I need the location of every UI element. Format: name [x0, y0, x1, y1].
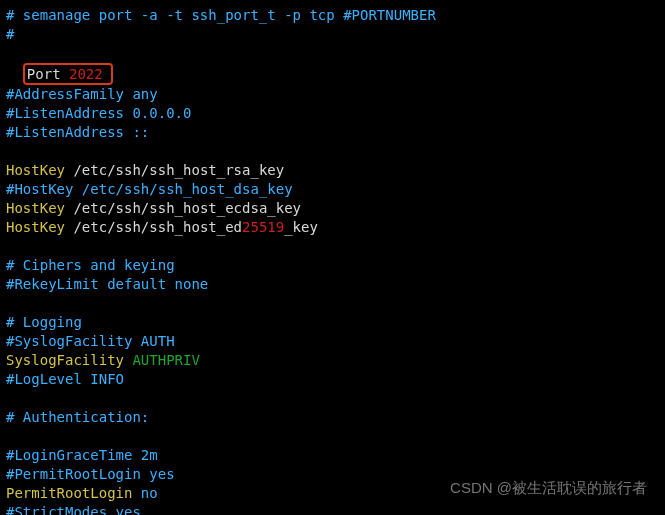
config-line: #LogLevel INFO [6, 370, 659, 389]
syslog-keyword: SyslogFacility [6, 352, 124, 368]
port-keyword: Port [27, 66, 69, 82]
config-line: #PermitRootLogin yes [6, 465, 659, 484]
blank-line [6, 237, 659, 256]
config-line: #StrictModes yes [6, 503, 659, 515]
config-line: # [6, 25, 659, 44]
hostkey-path: /etc/ssh/ssh_host_rsa_key [65, 162, 284, 178]
hostkey-line: HostKey /etc/ssh/ssh_host_ed25519_key [6, 218, 659, 237]
hostkey-path: /etc/ssh/ssh_host_ecdsa_key [65, 200, 301, 216]
blank-line [6, 389, 659, 408]
permitroot-value: no [132, 485, 157, 501]
hostkey-keyword: HostKey [6, 162, 65, 178]
hostkey-keyword: HostKey [6, 200, 65, 216]
blank-line [6, 427, 659, 446]
permitroot-keyword: PermitRootLogin [6, 485, 132, 501]
syslog-line: SyslogFacility AUTHPRIV [6, 351, 659, 370]
config-line: # Logging [6, 313, 659, 332]
config-line: #LoginGraceTime 2m [6, 446, 659, 465]
hostkey-line: HostKey /etc/ssh/ssh_host_ecdsa_key [6, 199, 659, 218]
port-line: Port 2022 [6, 44, 659, 85]
config-line: #SyslogFacility AUTH [6, 332, 659, 351]
config-line: # Ciphers and keying [6, 256, 659, 275]
blank-line [6, 142, 659, 161]
port-number: 2022 [69, 66, 103, 82]
permitroot-line: PermitRootLogin no [6, 484, 659, 503]
hostkey-path: /etc/ssh/ssh_host_ed [65, 219, 242, 235]
hostkey-keyword: HostKey [6, 219, 65, 235]
syslog-value: AUTHPRIV [124, 352, 200, 368]
config-line: # semanage port -a -t ssh_port_t -p tcp … [6, 6, 659, 25]
config-line: # Authentication: [6, 408, 659, 427]
port-highlight-box: Port 2022 [23, 63, 113, 85]
hostkey-num: 25519 [242, 219, 284, 235]
hostkey-line: HostKey /etc/ssh/ssh_host_rsa_key [6, 161, 659, 180]
config-line: #RekeyLimit default none [6, 275, 659, 294]
config-line: #ListenAddress :: [6, 123, 659, 142]
hostkey-path: _key [284, 219, 318, 235]
config-line: #HostKey /etc/ssh/ssh_host_dsa_key [6, 180, 659, 199]
config-line: #AddressFamily any [6, 85, 659, 104]
config-line: #ListenAddress 0.0.0.0 [6, 104, 659, 123]
blank-line [6, 294, 659, 313]
